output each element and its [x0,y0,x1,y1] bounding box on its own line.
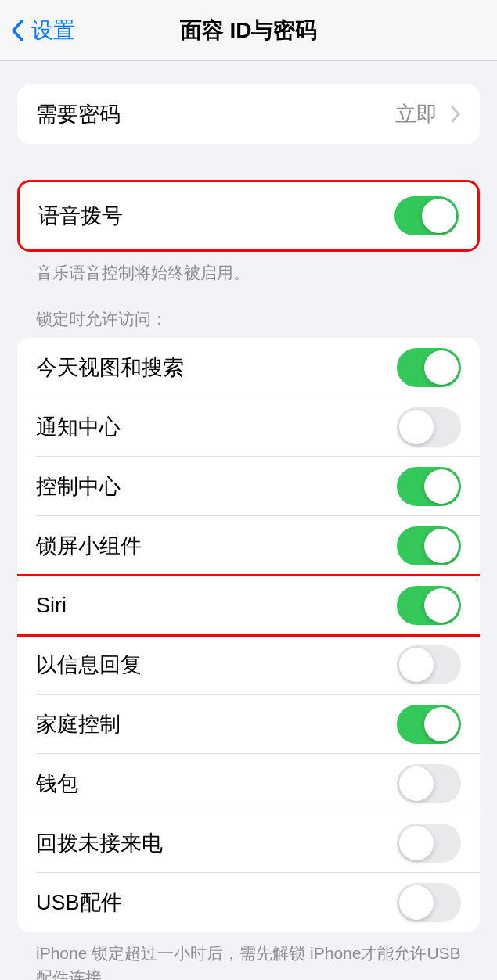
lock-access-label: Siri [36,594,67,618]
lock-access-toggle[interactable] [397,348,461,387]
passcode-group: 需要密码 立即 [17,84,480,144]
voice-dial-label: 语音拨号 [38,202,123,230]
lock-access-label: 控制中心 [36,472,121,501]
require-passcode-label: 需要密码 [36,100,121,128]
lock-access-label: USB配件 [36,888,122,917]
lock-access-cell[interactable]: 以信息回复 [17,635,480,695]
lock-access-cell[interactable]: 钱包 [17,754,480,813]
chevron-left-icon [9,17,25,44]
require-passcode-cell[interactable]: 需要密码 立即 [17,84,480,144]
lock-access-toggle[interactable] [397,407,461,447]
lock-access-label: 今天视图和搜索 [36,354,184,382]
lock-access-toggle[interactable] [397,764,461,803]
lock-access-toggle[interactable] [397,586,461,625]
lock-access-cell[interactable]: 锁屏小组件 [17,516,480,576]
lock-access-cell[interactable]: 回拨未接来电 [17,813,480,873]
lock-access-cell[interactable]: 家庭控制 [17,695,480,754]
require-passcode-value: 立即 [395,100,438,128]
lock-access-cell[interactable]: 通知中心 [17,397,480,457]
lock-access-cell[interactable]: Siri [17,576,480,635]
voice-dial-footer: 音乐语音控制将始终被启用。 [17,252,480,285]
chevron-right-icon [450,105,461,124]
lock-access-toggle[interactable] [397,824,461,863]
lock-access-cell[interactable]: USB配件 [17,873,480,932]
voice-dial-group: 语音拨号 [17,180,480,252]
lock-access-toggle[interactable] [397,526,461,565]
lock-access-toggle[interactable] [397,467,461,506]
lock-access-toggle[interactable] [397,705,461,744]
lock-access-label: 以信息回复 [36,651,142,679]
lock-access-header: 锁定时允许访问： [17,285,480,338]
voice-dial-cell[interactable]: 语音拨号 [20,182,477,249]
back-label: 设置 [31,16,75,45]
lock-access-label: 通知中心 [36,413,121,441]
lock-access-footer: iPhone 锁定超过一小时后，需先解锁 iPhone才能允许USB 配件连接。 [17,932,480,980]
lock-access-label: 回拨未接来电 [36,829,163,857]
lock-access-label: 家庭控制 [36,710,121,738]
lock-access-toggle[interactable] [397,883,461,922]
lock-access-label: 钱包 [36,770,78,798]
lock-access-cell[interactable]: 今天视图和搜索 [17,338,480,397]
voice-dial-toggle[interactable] [394,196,459,235]
lock-access-cell[interactable]: 控制中心 [17,457,480,516]
page-title: 面容 ID与密码 [180,16,318,45]
nav-bar: 设置 面容 ID与密码 [0,0,497,61]
lock-access-group: 今天视图和搜索通知中心控制中心锁屏小组件Siri以信息回复家庭控制钱包回拨未接来… [17,338,480,932]
back-button[interactable]: 设置 [0,16,75,45]
lock-access-label: 锁屏小组件 [36,532,142,560]
lock-access-toggle[interactable] [397,645,461,684]
